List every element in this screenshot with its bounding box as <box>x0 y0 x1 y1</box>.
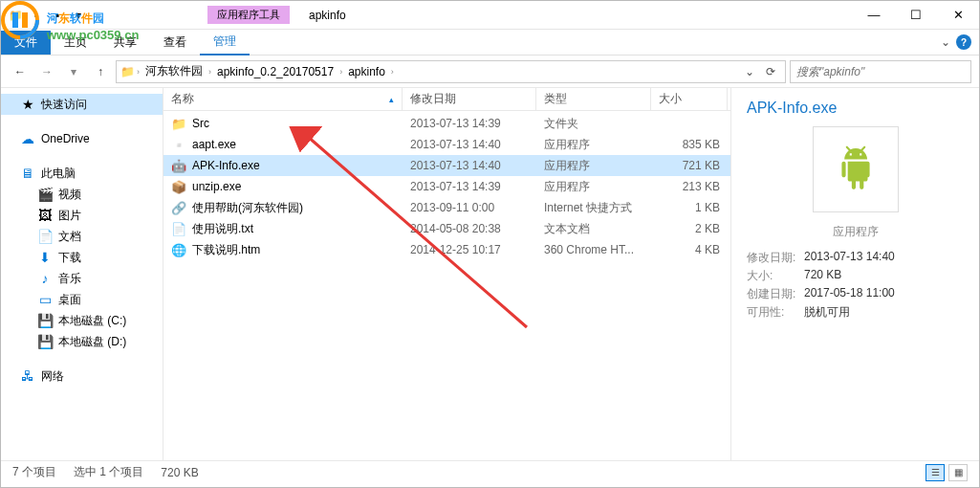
sidebar-disk-d[interactable]: 💾本地磁盘 (D:) <box>1 331 163 352</box>
sidebar-pictures[interactable]: 🖼图片 <box>1 205 163 226</box>
file-date: 2013-09-11 0:00 <box>403 201 536 214</box>
qat-properties-icon[interactable]: ▫ <box>28 7 45 24</box>
file-row[interactable]: 🌐下载说明.htm2014-12-25 10:17360 Chrome HT..… <box>163 239 730 260</box>
up-button[interactable]: ↑ <box>89 60 112 83</box>
file-row[interactable]: ▫️aapt.exe2013-07-13 14:40应用程序835 KB <box>163 134 730 155</box>
breadcrumb-item[interactable]: apkinfo_0.2_20170517 <box>213 65 338 78</box>
file-name: unzip.exe <box>192 180 241 193</box>
sidebar-label: 网络 <box>41 368 64 385</box>
chevron-right-icon[interactable]: › <box>339 67 342 77</box>
sidebar-desktop[interactable]: ▭桌面 <box>1 289 163 310</box>
context-tab-label: 应用程序工具 <box>207 6 290 24</box>
history-dropdown-icon[interactable]: ⌄ <box>739 61 760 82</box>
breadcrumb-item[interactable]: 河东软件园 <box>142 63 207 79</box>
ribbon-expand-icon[interactable]: ⌄ <box>941 35 950 49</box>
back-button[interactable]: ← <box>9 60 32 83</box>
qat-new-icon[interactable]: ▪ <box>49 7 66 24</box>
sidebar-documents[interactable]: 📄文档 <box>1 226 163 247</box>
file-date: 2013-07-13 14:40 <box>403 159 536 172</box>
status-selected: 选中 1 个项目 <box>74 464 143 480</box>
tab-home[interactable]: 主页 <box>51 31 100 55</box>
sidebar-music[interactable]: ♪音乐 <box>1 268 163 289</box>
title-bar: 📁 ▫ ▪ ▾ 应用程序工具 apkinfo — ☐ ✕ <box>1 1 979 30</box>
sort-asc-icon: ▴ <box>389 95 394 104</box>
folder-icon: 📁 <box>171 116 186 131</box>
sidebar-video[interactable]: 🎬视频 <box>1 184 163 205</box>
close-button[interactable]: ✕ <box>937 1 979 30</box>
window-title: apkinfo <box>309 9 346 22</box>
file-type: 应用程序 <box>536 137 651 153</box>
file-row[interactable]: 📄使用说明.txt2014-05-08 20:38文本文档2 KB <box>163 218 730 239</box>
column-date[interactable]: 修改日期 <box>403 88 536 110</box>
sidebar-disk-c[interactable]: 💾本地磁盘 (C:) <box>1 310 163 331</box>
help-icon[interactable]: ? <box>956 34 971 50</box>
zip-icon: 📦 <box>171 179 186 194</box>
file-tab[interactable]: 文件 <box>1 31 51 55</box>
android-icon <box>832 145 880 193</box>
file-row[interactable]: 🔗使用帮助(河东软件园)2013-09-11 0:00Internet 快捷方式… <box>163 197 730 218</box>
refresh-icon[interactable]: ⟳ <box>760 61 781 82</box>
column-type[interactable]: 类型 <box>536 88 651 110</box>
chrome-icon: 🌐 <box>171 242 186 257</box>
sidebar-onedrive[interactable]: ☁OneDrive <box>1 128 163 149</box>
sidebar-network[interactable]: 🖧网络 <box>1 366 163 387</box>
file-type: 文本文档 <box>536 221 651 237</box>
sidebar-downloads[interactable]: ⬇下载 <box>1 247 163 268</box>
chevron-right-icon[interactable]: › <box>208 67 211 77</box>
breadcrumb-path[interactable]: 📁 › 河东软件园 › apkinfo_0.2_20170517 › apkin… <box>116 60 786 83</box>
breadcrumb-item[interactable]: apkinfo <box>344 65 389 78</box>
minimize-button[interactable]: — <box>853 1 895 30</box>
details-label: 创建日期: <box>747 286 804 302</box>
file-date: 2013-07-13 14:40 <box>403 138 536 151</box>
file-row[interactable]: 📁Src2013-07-13 14:39文件夹 <box>163 113 730 134</box>
details-value: 720 KB <box>804 268 841 284</box>
file-size: 4 KB <box>651 243 728 256</box>
file-type: Internet 快捷方式 <box>536 200 651 216</box>
file-type: 文件夹 <box>536 116 651 132</box>
file-row[interactable]: 🤖APK-Info.exe2013-07-13 14:40应用程序721 KB <box>163 155 730 176</box>
search-input[interactable] <box>790 60 971 83</box>
ribbon-tabs: 文件 主页 共享 查看 管理 ⌄ ? <box>1 30 979 55</box>
address-bar: ← → ▾ ↑ 📁 › 河东软件园 › apkinfo_0.2_20170517… <box>1 55 979 88</box>
forward-button[interactable]: → <box>35 60 58 83</box>
sidebar-label: 图片 <box>58 208 81 224</box>
column-name[interactable]: 名称▴ <box>163 88 403 110</box>
maximize-button[interactable]: ☐ <box>895 1 937 30</box>
file-name: aapt.exe <box>192 138 236 151</box>
qat-dropdown-icon[interactable]: ▾ <box>70 7 87 24</box>
link-icon: 🔗 <box>171 200 186 215</box>
tab-manage[interactable]: 管理 <box>200 30 250 55</box>
disk-icon: 💾 <box>37 334 53 349</box>
tab-view[interactable]: 查看 <box>150 31 200 55</box>
file-size: 721 KB <box>651 159 728 172</box>
file-date: 2014-12-25 10:17 <box>403 243 536 256</box>
view-icons-button[interactable]: ▦ <box>948 464 968 481</box>
details-label: 修改日期: <box>747 250 804 266</box>
sidebar-quick-access[interactable]: ★快速访问 <box>1 94 163 115</box>
file-date: 2013-07-13 14:39 <box>403 117 536 130</box>
desktop-icon: ▭ <box>37 292 53 307</box>
recent-dropdown[interactable]: ▾ <box>62 60 85 83</box>
details-value: 2013-07-13 14:40 <box>804 250 895 266</box>
chevron-right-icon[interactable]: › <box>391 67 394 77</box>
column-size[interactable]: 大小 <box>651 88 728 110</box>
music-icon: ♪ <box>37 271 53 286</box>
file-type: 360 Chrome HT... <box>536 243 651 256</box>
file-name: Src <box>192 117 209 130</box>
sidebar-this-pc[interactable]: 🖥此电脑 <box>1 163 163 184</box>
file-row[interactable]: 📦unzip.exe2013-07-13 14:39应用程序213 KB <box>163 176 730 197</box>
sidebar-label: 本地磁盘 (C:) <box>58 313 126 329</box>
file-size: 835 KB <box>651 138 728 151</box>
pc-icon: 🖥 <box>20 166 35 181</box>
details-title: APK-Info.exe <box>747 100 964 117</box>
details-label: 可用性: <box>747 304 804 321</box>
folder-icon[interactable]: 📁 <box>7 7 24 24</box>
view-details-button[interactable]: ☰ <box>926 464 945 481</box>
file-size: 2 KB <box>651 222 728 235</box>
cloud-icon: ☁ <box>20 131 35 146</box>
chevron-right-icon[interactable]: › <box>137 67 140 77</box>
video-icon: 🎬 <box>37 187 53 202</box>
sidebar-label: OneDrive <box>41 132 90 145</box>
tab-share[interactable]: 共享 <box>100 31 150 55</box>
star-icon: ★ <box>20 97 35 112</box>
